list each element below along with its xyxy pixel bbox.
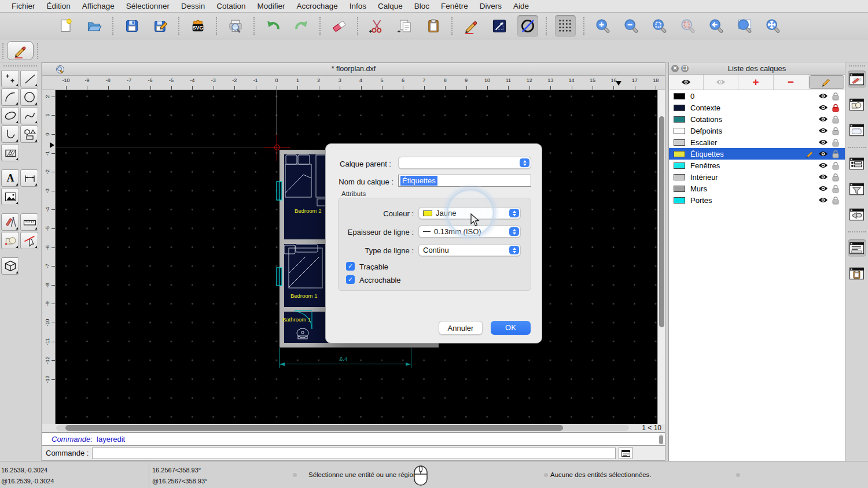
lock-icon[interactable] — [832, 92, 839, 101]
layer-row-0[interactable]: 0 — [669, 90, 845, 102]
layer-row-defpoints[interactable]: Defpoints — [669, 125, 845, 136]
svg-export-icon[interactable]: SVG — [187, 15, 208, 37]
cut-icon[interactable] — [366, 15, 387, 37]
keyboard-toggle-button[interactable] — [619, 447, 632, 459]
ellipse-tool[interactable] — [1, 107, 19, 124]
add-layer-button[interactable]: + — [738, 75, 773, 90]
lock-icon[interactable] — [832, 138, 839, 147]
edit-layer-pencil-button[interactable] — [809, 75, 844, 89]
menu-affichage[interactable]: Affichage — [76, 0, 120, 13]
menu-dessin[interactable]: Dessin — [175, 0, 211, 13]
block-tool[interactable] — [1, 232, 19, 249]
menu-calque[interactable]: Calque — [372, 0, 409, 13]
block-list-panel-icon[interactable] — [848, 96, 866, 113]
layer-row-e-tiquettes[interactable]: Étiquettes — [669, 148, 845, 160]
menu-divers[interactable]: Divers — [474, 0, 507, 13]
menu-modifier[interactable]: Modifier — [251, 0, 290, 13]
line-tool[interactable] — [20, 70, 38, 87]
layer-row-inte-rieur[interactable]: Intérieur — [669, 171, 845, 183]
visibility-eye-icon[interactable] — [818, 150, 828, 157]
ok-button[interactable]: OK — [491, 321, 531, 335]
circle-tool[interactable] — [20, 88, 38, 106]
restrict-nothing-icon[interactable] — [517, 15, 538, 37]
snappable-checkbox[interactable]: ✓ — [346, 275, 355, 284]
visibility-eye-icon[interactable] — [818, 185, 828, 192]
points-tool[interactable] — [1, 70, 19, 87]
menu-cotation[interactable]: Cotation — [211, 0, 251, 13]
view-list-panel-icon[interactable] — [848, 155, 866, 172]
lock-icon[interactable] — [832, 173, 839, 182]
menu-fichier[interactable]: Fichier — [6, 0, 41, 13]
hide-all-eye-button[interactable] — [704, 75, 738, 90]
layer-row-murs[interactable]: Murs — [669, 183, 845, 194]
command-input[interactable] — [92, 448, 616, 459]
text-tool[interactable]: A — [1, 169, 19, 187]
layer-row-fene-tres[interactable]: Fenêtres — [669, 160, 845, 171]
lock-icon[interactable] — [832, 184, 839, 193]
library-browser-panel-icon[interactable] — [848, 121, 866, 139]
layer-name-input[interactable]: Étiquettes — [398, 175, 531, 187]
zoom-previous-icon[interactable] — [706, 15, 727, 37]
tool-options-panel-icon[interactable] — [848, 206, 866, 223]
vertical-scrollbar-thumb[interactable] — [659, 116, 664, 327]
layer-row-escalier[interactable]: Escalier — [669, 136, 845, 148]
remove-layer-button[interactable]: − — [774, 75, 808, 90]
lock-icon[interactable] — [832, 196, 839, 205]
visibility-eye-icon[interactable] — [818, 139, 828, 146]
spline-tool[interactable] — [20, 107, 38, 124]
cancel-button[interactable]: Annuler — [439, 321, 483, 335]
delete-eraser-icon[interactable] — [329, 15, 350, 37]
visibility-eye-icon[interactable] — [818, 197, 828, 204]
toolbar-drag-handle[interactable] — [37, 43, 38, 59]
selection-filter-panel-icon[interactable] — [848, 180, 866, 198]
shapes-tool[interactable] — [20, 125, 38, 143]
command-history-panel-icon[interactable] — [848, 239, 866, 257]
lock-icon[interactable] — [832, 127, 839, 135]
zoom-auto-icon[interactable] — [649, 15, 670, 37]
menu-se-lectionner[interactable]: Sélectionner — [120, 0, 175, 13]
arc-tool[interactable] — [1, 88, 19, 106]
modify-tool[interactable] — [1, 213, 19, 231]
horizontal-scrollbar-thumb[interactable] — [65, 425, 563, 431]
redo-icon[interactable] — [291, 15, 312, 37]
visibility-eye-icon[interactable] — [818, 173, 828, 180]
visibility-eye-icon[interactable] — [818, 116, 828, 123]
dimension-tool[interactable] — [20, 169, 38, 187]
menu-fene-tre[interactable]: Fenêtre — [435, 0, 474, 13]
history-scrollbar-thumb[interactable] — [659, 435, 663, 444]
open-file-icon[interactable] — [84, 15, 105, 37]
polyline-tool[interactable] — [1, 125, 19, 143]
history-scrollbar[interactable] — [659, 434, 664, 445]
horizontal-scrollbar[interactable] — [56, 425, 629, 431]
parent-layer-dropdown[interactable] — [398, 157, 531, 169]
lock-icon[interactable] — [832, 150, 839, 158]
ortho-restrict-icon[interactable] — [489, 15, 510, 37]
dock-drag-handle[interactable] — [849, 65, 865, 66]
pan-icon[interactable] — [763, 15, 784, 37]
layer-row-contexte[interactable]: Contexte — [669, 102, 845, 113]
zoom-window-icon[interactable] — [734, 15, 755, 37]
layer-row-cotations[interactable]: Cotations — [669, 113, 845, 125]
copy-icon[interactable] — [395, 15, 415, 37]
visibility-eye-icon[interactable] — [818, 93, 828, 99]
visibility-eye-icon[interactable] — [818, 162, 828, 169]
lock-icon[interactable] — [832, 115, 839, 124]
lock-icon[interactable] — [832, 103, 839, 112]
measure-tool[interactable] — [20, 213, 38, 231]
menu-bloc[interactable]: Bloc — [409, 0, 435, 13]
plottable-checkbox[interactable]: ✓ — [346, 262, 355, 271]
canvas-vertical-scrollbar[interactable] — [657, 90, 665, 424]
solid-tool[interactable] — [1, 257, 19, 275]
image-tool[interactable] — [1, 188, 19, 205]
select-tool[interactable] — [20, 232, 38, 249]
zoom-out-icon[interactable] — [621, 15, 642, 37]
zoom-in-icon[interactable] — [593, 15, 613, 37]
lock-icon[interactable] — [832, 161, 839, 170]
menu-infos[interactable]: Infos — [344, 0, 372, 13]
paste-icon[interactable] — [423, 15, 444, 37]
clipboard-panel-icon[interactable] — [848, 265, 866, 282]
visibility-eye-icon[interactable] — [818, 104, 828, 111]
toolbar-drag-handle[interactable] — [2, 43, 3, 59]
menu-e-dition[interactable]: Édition — [41, 0, 76, 13]
visibility-eye-icon[interactable] — [818, 127, 828, 134]
